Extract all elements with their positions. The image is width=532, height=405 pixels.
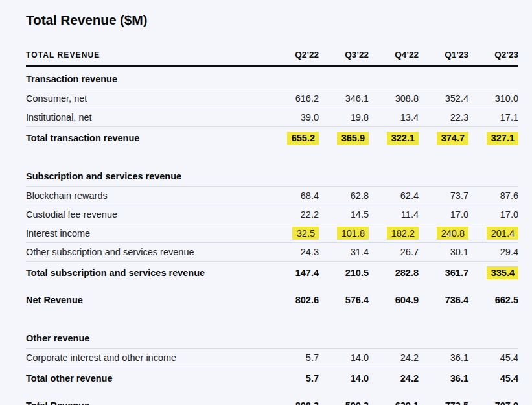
highlighted-value: 201.4 [487,227,518,240]
highlighted-value: 655.2 [287,132,319,145]
value: 45.4 [500,373,518,384]
value: 39.0 [301,112,319,122]
value: 14.0 [351,373,369,384]
value-cell: 361.7 [419,268,468,278]
value-cell: 45.4 [468,353,518,363]
value-cell: 17.0 [468,209,518,220]
value-cell: 73.7 [419,191,468,201]
value: 662.5 [495,295,518,305]
value-cell: 802.6 [269,295,319,305]
value-cell: 32.5 [269,228,319,238]
row-label: Interest income [26,228,269,238]
value: 14.0 [351,353,369,363]
value: 62.8 [351,191,369,201]
value: 62.4 [400,191,419,201]
value-cell: 662.5 [468,295,518,305]
value-cell: 182.2 [369,228,419,238]
value-cell: 808.3 [269,400,319,405]
value: 772.5 [445,400,468,405]
value: 802.6 [295,295,319,305]
value-cell: 346.1 [319,93,369,104]
section-gap [26,310,518,326]
table-body: Transaction revenueConsumer, net616.2346… [26,67,518,405]
table-row: Corporate interest and other income5.714… [26,349,518,367]
value: 36.1 [450,353,468,363]
value-cell: 322.1 [369,133,419,143]
value-cell: 616.2 [269,93,319,104]
value-cell: 604.9 [369,295,419,305]
row-label: Total subscription and services revenue [26,268,269,278]
column-header-quarter: Q4’22 [369,50,419,60]
table-row: Custodial fee revenue22.214.511.417.017.… [26,205,518,224]
value: 736.4 [445,295,468,305]
value-cell: 365.9 [319,133,369,143]
value: 17.1 [500,112,518,122]
row-label: Corporate interest and other income [26,353,269,363]
page-title: Total Revenue ($M) [26,12,518,29]
value-cell: 576.4 [319,295,369,305]
section-heading-row: Other revenue [26,326,518,349]
row-label: Consumer, net [26,93,269,104]
value: 346.1 [345,93,369,104]
value: 808.3 [295,400,319,405]
row-label: Custodial fee revenue [26,209,269,220]
value: 24.3 [301,247,319,257]
value: 11.4 [401,209,419,220]
value: 73.7 [450,191,468,201]
value-cell: 22.2 [269,209,319,220]
value-cell: 29.4 [468,247,518,257]
value: 31.4 [351,247,369,257]
table-row: Consumer, net616.2346.1308.8352.4310.0 [26,89,518,108]
row-label: Total transaction revenue [26,133,269,143]
value-cell: 374.7 [419,133,468,143]
value-cell: 14.0 [319,353,369,363]
value-cell: 17.1 [468,112,518,122]
value: 352.4 [445,93,468,104]
value: 310.0 [495,93,518,104]
value: 30.1 [450,247,468,257]
value: 26.7 [400,247,419,257]
value: 14.5 [351,209,369,220]
value: 17.0 [450,209,468,220]
value-cell: 68.4 [269,191,319,201]
value-cell: 36.1 [419,353,468,363]
table-header-row: TOTAL REVENUE Q2’22Q3’22Q4’22Q1’23Q2’23 [26,50,518,67]
section-gap [26,389,518,395]
value-cell: 210.5 [319,268,369,278]
section-gap [26,148,518,164]
value-cell: 282.8 [369,268,419,278]
value: 5.7 [306,353,319,363]
section-heading-label: Transaction revenue [26,74,518,84]
value-cell: 590.3 [319,400,369,405]
highlighted-value: 32.5 [292,227,319,240]
value: 87.6 [500,191,518,201]
value: 36.1 [450,373,468,384]
value-cell: 31.4 [319,247,369,257]
value: 629.1 [395,400,419,405]
value: 210.5 [345,268,369,278]
column-header-quarter: Q2’22 [269,50,319,60]
value: 616.2 [295,93,319,104]
value-cell: 14.5 [319,209,369,220]
table-row: Institutional, net39.019.813.422.317.1 [26,108,518,127]
column-header-quarter: Q3’22 [319,50,369,60]
value: 45.4 [500,353,518,363]
value-cell: 22.3 [419,112,468,122]
value: 22.2 [301,209,319,220]
value: 604.9 [395,295,419,305]
value-cell: 736.4 [419,295,468,305]
value: 29.4 [500,247,518,257]
value-cell: 39.0 [269,112,319,122]
table-row: Total Revenue808.3590.3629.1772.5707.9 [26,395,518,405]
value: 361.7 [445,268,468,278]
value-cell: 30.1 [419,247,468,257]
value-cell: 11.4 [369,209,419,220]
value: 590.3 [345,400,369,405]
value-cell: 5.7 [269,353,319,363]
value: 5.7 [306,373,319,384]
section-heading-label: Other revenue [26,333,518,343]
highlighted-value: 335.4 [487,266,518,279]
value-cell: 36.1 [419,373,468,384]
column-header-quarter: Q1’23 [419,50,468,60]
row-label: Other subscription and services revenue [26,247,269,257]
